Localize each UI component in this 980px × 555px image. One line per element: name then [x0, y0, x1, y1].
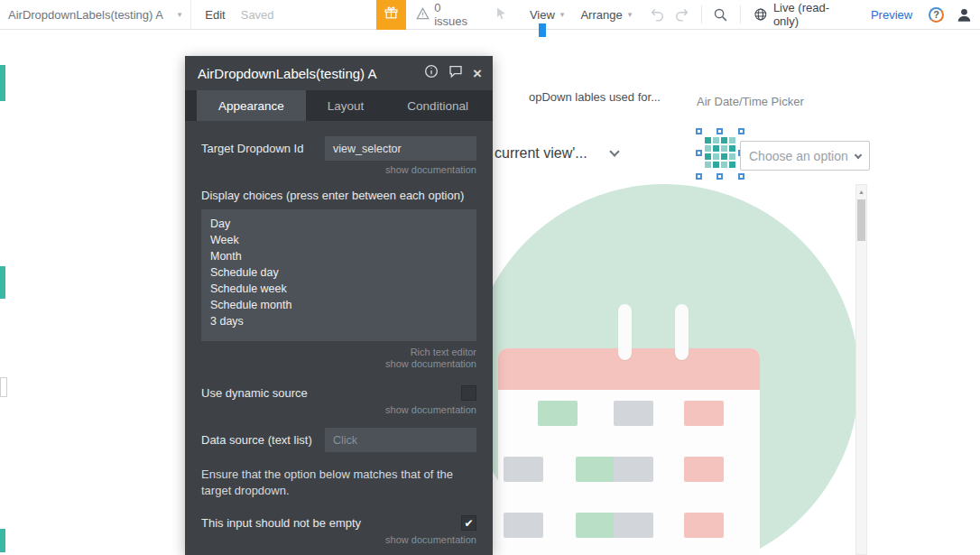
use-dynamic-source-checkbox[interactable]: [461, 385, 476, 401]
rich-text-editor-hint: Rich text editor: [201, 347, 476, 357]
data-source-label: Data source (text list): [201, 433, 312, 447]
toolbar-divider: [701, 5, 702, 23]
chevron-down-icon: [609, 146, 619, 156]
canvas-text-element[interactable]: opDown lables used for...: [529, 90, 661, 104]
calendar-cell: [614, 401, 653, 426]
top-toolbar: AirDropdownLabels(testing) A ▾ Edit Save…: [0, 0, 980, 30]
comment-icon[interactable]: [448, 64, 463, 82]
selection-handle[interactable]: [738, 128, 744, 134]
datetime-picker-label[interactable]: Air Date/Time Picker: [697, 95, 804, 108]
data-source-input[interactable]: [325, 428, 476, 452]
calendar-cell: [504, 457, 543, 482]
issues-indicator[interactable]: 0 issues: [416, 1, 476, 28]
property-editor-header[interactable]: AirDropdownLabels(testing) A ×: [185, 56, 493, 90]
choose-option-text: Choose an option: [749, 149, 848, 163]
arrange-menu-label: Arrange: [580, 8, 622, 22]
selection-handle[interactable]: [696, 128, 702, 134]
element-picker-dropdown[interactable]: AirDropdownLabels(testing) A ▾: [0, 0, 191, 29]
globe-icon: [753, 7, 768, 22]
display-choices-label: Display choices (press enter between eac…: [201, 189, 476, 202]
calendar-cell: [576, 457, 615, 482]
property-editor-dialog: AirDropdownLabels(testing) A × Appearanc…: [185, 56, 493, 555]
search-icon: [713, 7, 728, 23]
checkmark-icon: ✔: [464, 517, 473, 530]
tab-conditional[interactable]: Conditional: [385, 90, 490, 121]
matching-option-note: Ensure that the option below matches tha…: [201, 467, 476, 499]
pointer-tool-button[interactable]: [495, 6, 508, 23]
choose-option-dropdown[interactable]: Choose an option: [740, 141, 870, 171]
issues-count: 0 issues: [434, 1, 476, 28]
canvas-top-marker[interactable]: [539, 23, 546, 37]
use-dynamic-source-label: Use dynamic source: [201, 386, 308, 400]
preview-button[interactable]: Preview: [871, 8, 912, 22]
dropdown-labels-element-icon: [704, 136, 736, 175]
show-documentation-link[interactable]: show documentation: [201, 358, 476, 369]
warning-icon: [416, 7, 430, 23]
calendar-cell: [576, 513, 615, 538]
scrollbar-up-arrow-icon[interactable]: ▲: [856, 185, 866, 198]
chevron-down-icon: [855, 151, 862, 158]
live-mode-indicator[interactable]: Live (read-only): [753, 1, 854, 28]
chevron-down-icon: ▾: [628, 10, 633, 19]
scrollbar-thumb[interactable]: [857, 199, 865, 241]
calendar-ring: [618, 304, 632, 360]
undo-button[interactable]: [650, 7, 666, 23]
view-selector-dropdown[interactable]: current view'...: [495, 145, 618, 162]
close-icon[interactable]: ×: [473, 66, 482, 81]
help-icon[interactable]: ?: [929, 7, 944, 23]
redo-icon: [673, 7, 689, 23]
selected-dropdown-labels-element[interactable]: [699, 132, 741, 176]
show-documentation-link[interactable]: show documentation: [201, 164, 476, 175]
not-empty-checkbox[interactable]: ✔: [461, 515, 476, 531]
search-button[interactable]: [713, 7, 728, 23]
view-menu[interactable]: View ▾: [530, 8, 564, 22]
selection-handle[interactable]: [717, 128, 723, 134]
gift-icon: [384, 5, 399, 23]
info-icon[interactable]: [424, 64, 439, 82]
hidden-element-marker[interactable]: [0, 529, 5, 552]
not-empty-label: This input should not be empty: [201, 516, 361, 530]
property-editor-tabs: Appearance Layout Conditional: [185, 90, 493, 121]
calendar-ring: [675, 304, 689, 360]
selection-handle[interactable]: [696, 150, 702, 156]
live-mode-label: Live (read-only): [773, 1, 854, 28]
edit-menu[interactable]: Edit: [205, 8, 225, 22]
edge-element-marker[interactable]: [0, 377, 7, 397]
show-documentation-link[interactable]: show documentation: [201, 404, 476, 415]
tab-layout[interactable]: Layout: [306, 90, 386, 121]
cursor-icon: [495, 6, 508, 23]
user-icon: [956, 6, 973, 23]
view-selector-text: current view'...: [495, 145, 587, 162]
target-dropdown-id-input[interactable]: [325, 136, 476, 161]
calendar-illustration-card: [498, 348, 760, 555]
display-choices-editor[interactable]: Day Week Month Schedule day Schedule wee…: [201, 209, 476, 341]
calendar-cell: [684, 457, 724, 482]
calendar-cell: [684, 513, 724, 538]
arrange-menu[interactable]: Arrange ▾: [580, 8, 632, 22]
gift-button[interactable]: [376, 0, 407, 30]
hidden-element-marker[interactable]: [0, 266, 5, 299]
property-editor-title: AirDropdownLabels(testing) A: [198, 66, 376, 81]
hidden-element-marker[interactable]: [0, 65, 5, 101]
calendar-cell: [614, 513, 653, 538]
selection-handle[interactable]: [717, 173, 723, 180]
selection-handle[interactable]: [696, 173, 702, 180]
calendar-cell: [684, 401, 724, 426]
view-menu-label: View: [530, 8, 555, 22]
tab-appearance[interactable]: Appearance: [197, 90, 306, 121]
toolbar-divider: [740, 5, 741, 23]
selection-handle[interactable]: [738, 173, 744, 180]
calendar-cell: [614, 457, 653, 482]
calendar-cell: [538, 401, 578, 426]
target-dropdown-id-label: Target Dropdown Id: [201, 142, 303, 155]
chevron-down-icon: ▾: [178, 10, 182, 19]
saved-status: Saved: [241, 8, 274, 22]
chevron-down-icon: ▾: [560, 10, 565, 19]
redo-button[interactable]: [673, 7, 689, 23]
canvas-scrollbar[interactable]: ▲: [855, 184, 867, 555]
show-documentation-link[interactable]: show documentation: [201, 534, 476, 545]
user-account-button[interactable]: [956, 6, 973, 23]
undo-icon: [650, 7, 666, 23]
element-picker-label: AirDropdownLabels(testing) A: [8, 8, 163, 22]
calendar-cell: [504, 513, 543, 538]
